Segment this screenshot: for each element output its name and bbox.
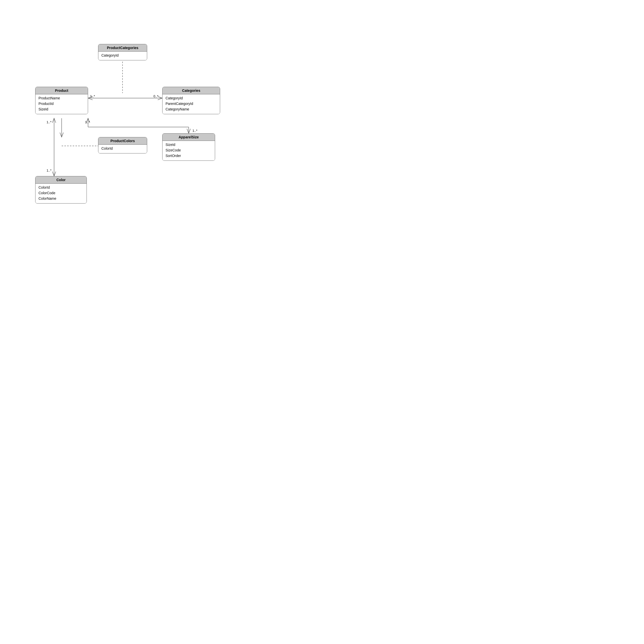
multiplicity-product-right: 1..*: [85, 120, 90, 124]
entity-header-product-categories: ProductCategories: [98, 44, 147, 52]
field-size-code: SizeCode: [166, 147, 212, 153]
field-color-name: ColorName: [38, 196, 84, 201]
entity-header-product: Product: [35, 87, 88, 94]
entity-body-color: ColorId ColorCode ColorName: [35, 184, 87, 203]
entity-body-categories: CategoryId ParentCategoryId CategoryName: [163, 94, 220, 114]
multiplicity-product-left: 1..*: [47, 120, 52, 124]
entity-header-apparel-size: ApparelSize: [163, 134, 215, 141]
entity-body-product-colors: ColorId: [98, 145, 147, 153]
entity-header-categories: Categories: [163, 87, 220, 94]
entity-header-product-colors: ProductColors: [98, 137, 147, 145]
diagram-container: ProductCategories CategoryId Product Pro…: [0, 0, 267, 267]
field-size-id-p: SizeId: [38, 106, 85, 112]
entity-body-product-categories: CategoryId: [98, 52, 147, 60]
multiplicity-color: 1..*: [47, 169, 52, 172]
multiplicity-product-categories-right: 0..*: [153, 94, 158, 98]
entity-product: Product ProductName ProductId SizeId: [35, 87, 88, 114]
entity-body-apparel-size: SizeId SizeCode SortOrder: [163, 141, 215, 160]
field-product-id: ProductId: [38, 101, 85, 106]
field-color-code: ColorCode: [38, 190, 84, 196]
entity-color: Color ColorId ColorCode ColorName: [35, 176, 87, 204]
field-category-id-pc: CategoryId: [101, 53, 144, 58]
multiplicity-product-categories-left: 1..*: [90, 94, 95, 98]
entity-header-color: Color: [35, 176, 87, 184]
entity-body-product: ProductName ProductId SizeId: [35, 94, 88, 114]
entity-apparel-size: ApparelSize SizeId SizeCode SortOrder: [162, 133, 215, 161]
field-color-id-pc: ColorId: [101, 146, 144, 151]
multiplicity-apparel-size: 1..*: [192, 129, 197, 133]
field-sort-order: SortOrder: [166, 153, 212, 158]
field-category-name: CategoryName: [166, 106, 217, 112]
entity-product-categories: ProductCategories CategoryId: [98, 44, 147, 60]
entity-categories: Categories CategoryId ParentCategoryId C…: [162, 87, 220, 114]
field-parent-category-id: ParentCategoryId: [166, 101, 217, 106]
field-product-name: ProductName: [38, 95, 85, 101]
entity-product-colors: ProductColors ColorId: [98, 137, 147, 153]
field-color-id-c: ColorId: [38, 185, 84, 190]
field-category-id-c: CategoryId: [166, 95, 217, 101]
field-size-id-as: SizeId: [166, 142, 212, 147]
relationship-lines: [0, 0, 267, 267]
